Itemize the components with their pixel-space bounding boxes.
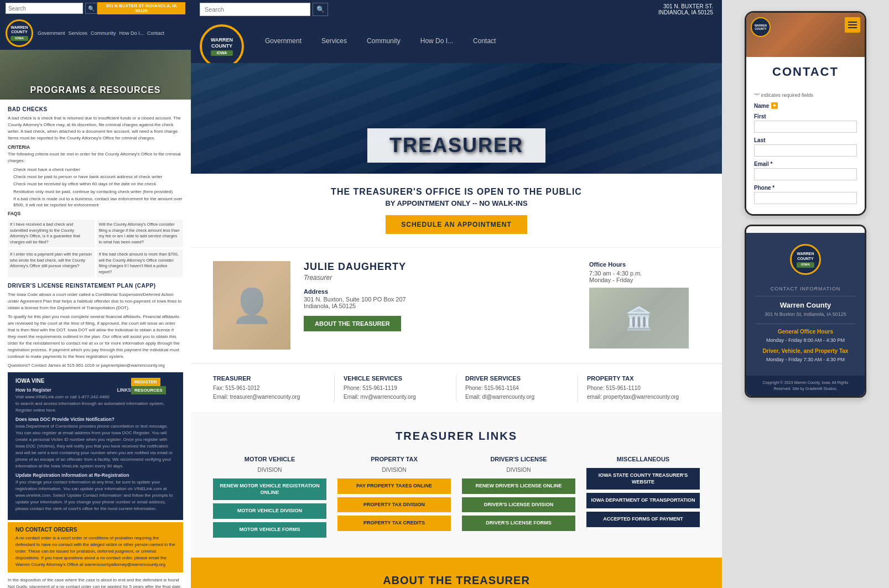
contact-vehicle-email: Email: mv@warrencounty.org — [344, 393, 447, 402]
renew-drivers-license-button[interactable]: RENEW DRIVER'S LICENSE ONLINE — [462, 478, 575, 494]
update-reg-text: If you change your contact information a… — [15, 479, 175, 512]
center-search-input[interactable] — [200, 3, 310, 16]
center-nav-community[interactable]: Community — [357, 28, 410, 54]
criteria-bullet-5: If a bad check is made out to a business… — [13, 196, 183, 208]
center-nav-services[interactable]: Services — [311, 28, 357, 54]
left-nav-government[interactable]: Government — [38, 30, 65, 36]
phone-input[interactable] — [754, 192, 857, 204]
contact-propertytax-label: Property Tax — [587, 375, 691, 382]
driver-hours-title: Driver, Vehicle, and Property Tax — [755, 348, 856, 354]
contact-driver-phone: Phone: 515-961-1164 — [465, 384, 569, 393]
phone-mockup: WARREN COUNTY CONTACT "*" indicates requ… — [745, 11, 866, 216]
links-grid: MOTOR VEHICLE DIVISION RENEW MOTOR VEHIC… — [213, 456, 700, 541]
phone-contact-header: CONTACT — [746, 57, 865, 87]
center-contact-grid: Treasurer Fax: 515-961-1012 Email: treas… — [191, 364, 722, 413]
phone-field-group: Phone * — [754, 185, 857, 204]
last-label: Last — [754, 137, 857, 143]
drivers-license-subtitle: DIVISION — [462, 467, 575, 473]
left-search-area: 🔍 — [6, 3, 97, 14]
renew-motor-vehicle-button[interactable]: RENEW MOTOR VEHICLE REGISTRATION ONLINE — [213, 478, 326, 500]
faq-a2: If the bad check amount is more than $70… — [97, 249, 184, 277]
drivers-license-details: To qualify for this plan you must comple… — [8, 314, 183, 360]
name-field-group: Name ✦ — [754, 102, 857, 109]
center-search-button[interactable]: 🔍 — [313, 3, 328, 16]
left-logo: WARREN COUNTY IOWA — [6, 19, 33, 47]
phone-logo: WARREN COUNTY — [751, 17, 771, 37]
center-hero-title: TREASURER — [367, 128, 545, 163]
email-label: Email * — [754, 161, 857, 167]
center-about-section: ABOUT THE TREASURER The County Treasurer… — [191, 558, 722, 588]
tablet-bottom: Copyright © 2023 Warren County, Iowa. Al… — [746, 376, 865, 396]
center-nav-howdo[interactable]: How Do I... — [410, 28, 463, 54]
motor-vehicle-division-button[interactable]: MOTOR VEHICLE DIVISION — [213, 503, 326, 519]
criteria-bullet-2: Check must be paid to person or have ban… — [13, 174, 183, 180]
update-reg-label: Update Registration Information at Re-Re… — [15, 472, 175, 478]
miscellaneous-col: MISCELLANEOUS IOWA STATE COUNTY TREASURE… — [586, 456, 700, 541]
phone-menu-icon[interactable] — [845, 17, 860, 33]
drivers-license-title: DRIVER'S LICENSE REINSTATEMENT PLAN (CAP… — [8, 283, 183, 289]
center-nav-contact[interactable]: Contact — [463, 28, 506, 54]
left-nav-services[interactable]: Services — [69, 30, 88, 36]
center-nav-government[interactable]: Government — [255, 28, 311, 54]
left-panel: 🔍 301 N BUXTER ST INDIANOLA, IA 50125 WA… — [0, 0, 191, 588]
left-nav-contact[interactable]: Contact — [147, 30, 164, 36]
last-input[interactable] — [754, 144, 857, 157]
phone-label: Phone * — [754, 185, 857, 191]
iowa-dot-button[interactable]: IOWA DEPARTMENT OF TRANSPORTATION — [586, 493, 700, 508]
bad-checks-title: BAD CHECKS — [8, 106, 183, 112]
center-panel: 🔍 301 N. BUXTER ST. INDIANOLA, IA 50125 … — [191, 0, 722, 588]
contact-vehicle-label: Vehicle Services — [344, 375, 447, 382]
left-address: 301 N BUXTER ST INDIANOLA, IA 50125 — [97, 2, 185, 14]
official-name: JULIE DAUGHERTY — [304, 261, 576, 273]
links-section-title: TREASURER LINKS — [213, 430, 700, 443]
left-nav-community[interactable]: Community — [91, 30, 116, 36]
tablet-address: 301 N Buxton St, Indianola, IA 50125 — [755, 311, 856, 317]
motor-vehicle-subtitle: DIVISION — [213, 467, 326, 473]
about-treasurer-button[interactable]: ABOUT THE TREASURER — [304, 316, 401, 331]
faq-q1: If I have received a bad check and submi… — [8, 220, 95, 247]
iowa-state-treasurer-button[interactable]: IOWA STATE COUNTY TREASURER'S WEBSITE — [586, 468, 700, 490]
contact-propertytax: Property Tax Phone: 515-961-1110 email: … — [578, 375, 700, 402]
left-search-button[interactable]: 🔍 — [85, 3, 97, 14]
drivers-license-forms-button[interactable]: DRIVER'S LICENSE FORMS — [462, 516, 575, 531]
left-nav: WARREN COUNTY IOWA Government Services C… — [0, 17, 191, 50]
faq-q2: If I enter into a payment plan with the … — [8, 249, 95, 277]
vine-register-button[interactable]: REGISTER — [131, 378, 160, 386]
contact-vehicle: Vehicle Services Phone: 515-961-1119 Ema… — [335, 375, 456, 402]
contact-driver: Driver Services Phone: 515-961-1164 Emai… — [456, 375, 578, 402]
center-hero: TREASURER — [191, 63, 722, 174]
motor-vehicle-forms-button[interactable]: MOTOR VEHICLE FORMS — [213, 522, 326, 538]
property-tax-credits-button[interactable]: PROPERTY TAX CREDITS — [337, 516, 451, 531]
email-input[interactable] — [754, 168, 857, 180]
drivers-license-division-button[interactable]: DRIVER'S LICENSE DIVISION — [462, 497, 575, 513]
left-nav-howdo[interactable]: How Do I... — [119, 30, 144, 36]
first-input[interactable] — [754, 121, 857, 133]
phone-header-overlay: WARREN COUNTY — [751, 17, 771, 37]
contact-treasurer-label: Treasurer — [213, 375, 325, 382]
pay-property-taxes-button[interactable]: PAY PROPERTY TAXES ONLINE — [337, 478, 451, 494]
vine-resources-button[interactable]: RESOURCES — [131, 386, 166, 394]
center-logo: WARREN COUNTY IOWA — [200, 24, 244, 69]
how-to-register-text: Visit www.VINELink.com or call 1-877-242… — [15, 394, 175, 414]
property-tax-col: PROPERTY TAX DIVISION PAY PROPERTY TAXES… — [337, 456, 451, 541]
property-tax-title: PROPERTY TAX — [337, 456, 451, 462]
motor-vehicle-title: MOTOR VEHICLE — [213, 456, 326, 462]
misc-title: MISCELLANEOUS — [586, 456, 700, 462]
property-tax-division-button[interactable]: PROPERTY TAX DIVISION — [337, 497, 451, 513]
schedule-appointment-button[interactable]: SCHEDULE AN APPOINTMENT — [386, 215, 527, 234]
left-search-input[interactable] — [6, 3, 83, 14]
center-links-section: TREASURER LINKS MOTOR VEHICLE DIVISION R… — [191, 413, 722, 558]
phone-form-section: "*" indicates required fields Name ✦ Fir… — [746, 87, 865, 214]
tablet-logo: WARREN COUNTY IOWA — [790, 244, 821, 275]
center-nav: WARREN COUNTY IOWA Government Services C… — [191, 19, 722, 63]
official-address-label: Address — [304, 288, 576, 295]
links-label: LINKS — [117, 387, 132, 393]
victim-notification-label: Does Iowa DOC Provide Victim Notificatio… — [15, 417, 175, 422]
accepted-forms-button[interactable]: ACCEPTED FORMS OF PAYMENT — [586, 512, 700, 527]
contact-propertytax-email: email: propertytax@warrencounty.org — [587, 393, 691, 402]
menu-line-2 — [848, 24, 857, 25]
right-panel: WARREN COUNTY CONTACT "*" indicates requ… — [722, 0, 889, 588]
tablet-mockup: WARREN COUNTY IOWA CONTACT INFORMATION W… — [745, 225, 866, 398]
faq-table: If I have received a bad check and submi… — [8, 220, 183, 277]
contact-info-label: CONTACT INFORMATION — [755, 286, 856, 292]
